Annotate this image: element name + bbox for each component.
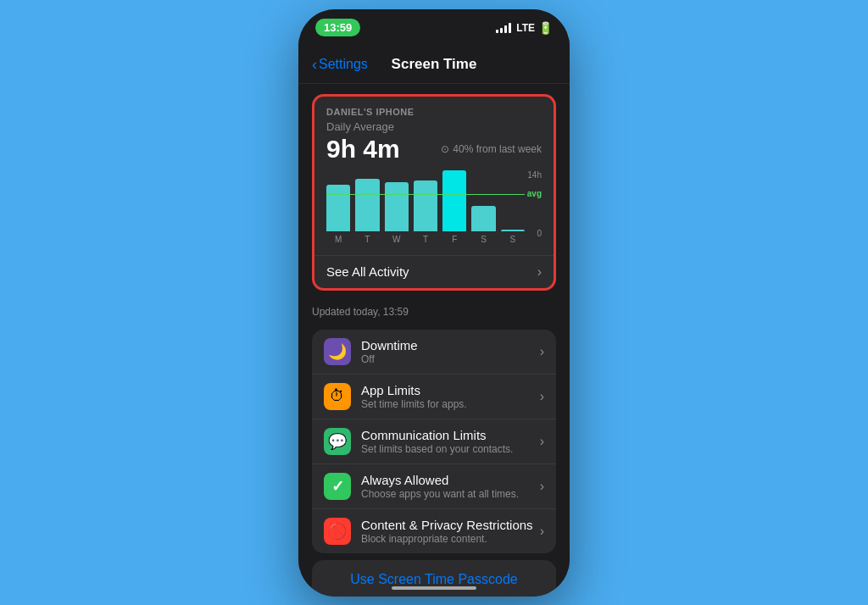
communication-limits-text: Communication Limits Set limits based on… — [361, 428, 540, 455]
app-limits-title: App Limits — [361, 383, 540, 397]
communication-limits-subtitle: Set limits based on your contacts. — [361, 443, 540, 455]
updated-text: Updated today, 13:59 — [298, 301, 570, 326]
chart-zero-label: 0 — [537, 229, 542, 238]
change-icon: ⊙ — [441, 143, 449, 155]
communication-limits-chevron-icon: › — [540, 434, 544, 449]
status-icons: LTE 🔋 — [496, 21, 553, 35]
lte-label: LTE — [516, 22, 535, 34]
downtime-chevron-icon: › — [540, 344, 544, 359]
chart-day-labels: M T W T F S S — [326, 235, 542, 244]
bar-sun — [501, 230, 525, 231]
chart-max-label: 14h — [527, 170, 542, 180]
app-limits-subtitle: Set time limits for apps. — [361, 398, 540, 410]
see-all-chevron-icon: › — [537, 264, 542, 280]
bar-mon — [326, 185, 350, 231]
passcode-section: Use Screen Time Passcode Use a passcode … — [312, 560, 556, 597]
daily-avg-label: Daily Average — [314, 120, 554, 135]
always-allowed-row[interactable]: ✓ Always Allowed Choose apps you want at… — [312, 464, 556, 509]
app-limits-chevron-icon: › — [540, 389, 544, 404]
day-label-tue: T — [355, 235, 379, 244]
avg-line — [326, 194, 525, 195]
battery-icon: 🔋 — [538, 21, 553, 35]
back-button[interactable]: ‹ Settings — [312, 56, 368, 74]
bar-thu — [414, 180, 437, 231]
status-time: 13:59 — [315, 19, 360, 36]
back-label: Settings — [319, 57, 368, 72]
screen-time-card: DANIEL'S IPHONE Daily Average 9h 4m ⊙ 40… — [312, 94, 556, 291]
app-limits-row[interactable]: ⏱ App Limits Set time limits for apps. › — [312, 375, 556, 419]
see-all-text: See All Activity — [326, 264, 409, 279]
home-indicator — [392, 586, 476, 590]
back-chevron-icon: ‹ — [312, 56, 317, 74]
communication-limits-row[interactable]: 💬 Communication Limits Set limits based … — [312, 419, 556, 464]
always-allowed-text: Always Allowed Choose apps you want at a… — [361, 473, 540, 500]
signal-icon — [496, 23, 511, 33]
navigation-bar: ‹ Settings Screen Time — [298, 47, 570, 84]
day-label-mon: M — [326, 235, 350, 244]
always-allowed-subtitle: Choose apps you want at all times. — [361, 488, 540, 500]
app-limits-icon: ⏱ — [324, 383, 351, 410]
content-privacy-icon: 🚫 — [324, 518, 351, 545]
day-label-thu: T — [414, 235, 437, 244]
content-privacy-chevron-icon: › — [540, 524, 544, 539]
content-privacy-text: Content & Privacy Restrictions Block ina… — [361, 518, 540, 545]
passcode-button[interactable]: Use Screen Time Passcode — [312, 560, 556, 597]
bar-tue — [355, 179, 379, 231]
settings-list: 🌙 Downtime Off › ⏱ App Limits Set time l… — [312, 330, 556, 553]
downtime-subtitle: Off — [361, 353, 540, 365]
bar-fri — [442, 170, 466, 231]
daily-avg-time: 9h 4m — [326, 135, 400, 164]
downtime-text: Downtime Off — [361, 338, 540, 365]
day-label-sun: S — [501, 235, 525, 244]
avg-label: avg — [527, 189, 542, 198]
day-label-fri: F — [442, 235, 466, 244]
day-label-wed: W — [385, 235, 409, 244]
communication-limits-icon: 💬 — [324, 428, 351, 455]
daily-avg-row: 9h 4m ⊙ 40% from last week — [314, 135, 554, 170]
phone-frame: 13:59 LTE 🔋 ‹ Settings Screen Time DANIE… — [298, 9, 570, 597]
page-title: Screen Time — [392, 56, 477, 73]
usage-chart: 14h avg — [314, 170, 554, 255]
downtime-row[interactable]: 🌙 Downtime Off › — [312, 330, 556, 375]
always-allowed-chevron-icon: › — [540, 479, 544, 494]
scroll-content[interactable]: DANIEL'S IPHONE Daily Average 9h 4m ⊙ 40… — [298, 84, 570, 597]
downtime-title: Downtime — [361, 338, 540, 352]
weekly-change: ⊙ 40% from last week — [441, 143, 542, 155]
content-privacy-title: Content & Privacy Restrictions — [361, 518, 540, 532]
communication-limits-title: Communication Limits — [361, 428, 540, 442]
day-label-sat: S — [471, 235, 495, 244]
device-label: DANIEL'S IPHONE — [314, 97, 554, 120]
see-all-activity-row[interactable]: See All Activity › — [314, 255, 554, 288]
downtime-icon: 🌙 — [324, 338, 351, 365]
chart-bars — [326, 170, 542, 231]
bar-wed — [385, 182, 409, 231]
status-bar: 13:59 LTE 🔋 — [298, 9, 570, 47]
bar-sat — [471, 206, 495, 231]
change-text: 40% from last week — [453, 143, 542, 155]
content-privacy-subtitle: Block inappropriate content. — [361, 533, 540, 545]
content-privacy-row[interactable]: 🚫 Content & Privacy Restrictions Block i… — [312, 509, 556, 553]
app-limits-text: App Limits Set time limits for apps. — [361, 383, 540, 410]
always-allowed-title: Always Allowed — [361, 473, 540, 487]
always-allowed-icon: ✓ — [324, 473, 351, 500]
